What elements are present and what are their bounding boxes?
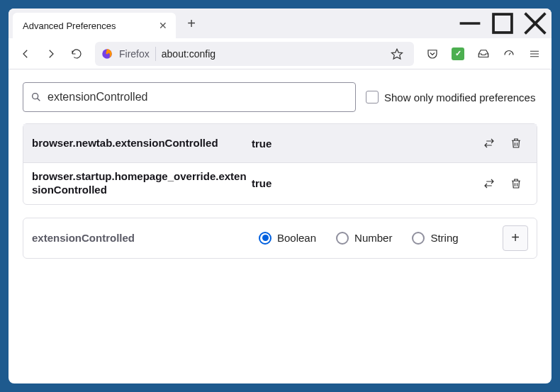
- radio-icon: [259, 232, 271, 245]
- url-separator: [155, 47, 156, 61]
- back-button[interactable]: [14, 43, 37, 65]
- row-actions: [477, 131, 528, 155]
- pref-value: true: [252, 138, 477, 150]
- nav-toolbar: Firefox about:config: [9, 38, 551, 69]
- checkbox-icon: [366, 91, 379, 103]
- forward-button[interactable]: [40, 43, 62, 65]
- window-controls: [454, 9, 551, 38]
- radio-icon: [336, 232, 349, 245]
- svg-line-11: [38, 99, 40, 101]
- type-radios: Boolean Number String: [259, 232, 495, 245]
- show-modified-checkbox[interactable]: Show only modified preferences: [366, 91, 535, 103]
- add-pref-button[interactable]: +: [503, 225, 528, 251]
- pref-list: browser.newtab.extensionControlled true …: [23, 123, 537, 205]
- new-pref-row: extensionControlled Boolean Number Strin…: [23, 218, 537, 259]
- radio-label: Number: [354, 232, 392, 244]
- pocket-icon[interactable]: [421, 43, 444, 65]
- radio-number[interactable]: Number: [336, 232, 392, 245]
- pref-row[interactable]: browser.newtab.extensionControlled true: [23, 124, 537, 162]
- reload-button[interactable]: [65, 43, 88, 65]
- url-bar[interactable]: Firefox about:config: [95, 42, 414, 66]
- svg-rect-1: [493, 14, 512, 33]
- svg-point-10: [33, 94, 38, 99]
- radio-boolean[interactable]: Boolean: [259, 232, 316, 245]
- menu-button[interactable]: [523, 43, 546, 65]
- delete-button[interactable]: [504, 172, 528, 196]
- search-icon: [30, 91, 42, 103]
- checkbox-label: Show only modified preferences: [384, 91, 535, 103]
- tab-title: Advanced Preferences: [23, 21, 157, 31]
- new-pref-name: extensionControlled: [32, 232, 252, 244]
- search-row: extensionControlled Show only modified p…: [23, 82, 537, 112]
- svg-line-6: [509, 52, 510, 55]
- inbox-icon[interactable]: [472, 43, 495, 65]
- extension-icon[interactable]: [447, 43, 469, 65]
- url-text: about:config: [162, 48, 215, 60]
- firefox-icon: [101, 47, 113, 60]
- radio-icon: [412, 232, 425, 245]
- radio-label: Boolean: [277, 232, 316, 244]
- tab-bar: Advanced Preferences ✕ +: [9, 9, 551, 38]
- bookmark-star-icon[interactable]: [386, 43, 408, 65]
- dashboard-icon[interactable]: [498, 43, 520, 65]
- search-value: extensionControlled: [47, 91, 147, 103]
- pref-name: browser.newtab.extensionControlled: [32, 137, 252, 150]
- browser-window: Advanced Preferences ✕ + Firef: [9, 9, 551, 383]
- minimize-button[interactable]: [454, 9, 486, 38]
- radio-string[interactable]: String: [412, 232, 458, 245]
- tab-advanced-preferences[interactable]: Advanced Preferences ✕: [13, 13, 176, 38]
- radio-label: String: [430, 232, 458, 244]
- delete-button[interactable]: [504, 131, 528, 155]
- close-window-button[interactable]: [519, 9, 551, 38]
- close-tab-icon[interactable]: ✕: [157, 20, 169, 31]
- about-config-content: extensionControlled Show only modified p…: [9, 69, 551, 271]
- pref-row[interactable]: browser.startup.homepage_override.extens…: [23, 162, 537, 204]
- row-actions: [477, 172, 528, 196]
- url-prefix: Firefox: [119, 48, 150, 60]
- pref-name: browser.startup.homepage_override.extens…: [32, 170, 252, 197]
- toggle-button[interactable]: [477, 172, 501, 196]
- new-tab-button[interactable]: +: [181, 16, 201, 32]
- pref-value: true: [252, 177, 477, 189]
- search-input[interactable]: extensionControlled: [23, 82, 356, 112]
- svg-marker-5: [392, 49, 403, 59]
- maximize-button[interactable]: [486, 9, 519, 38]
- toggle-button[interactable]: [477, 131, 501, 155]
